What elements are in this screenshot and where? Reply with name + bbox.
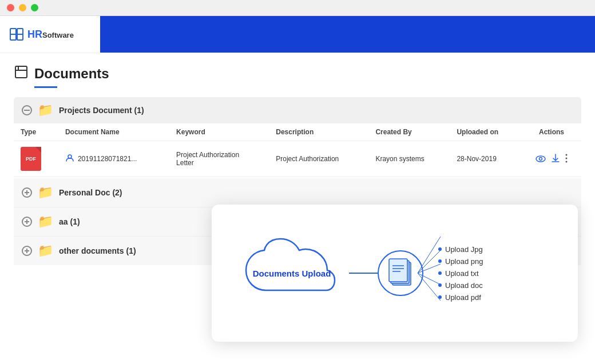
svg-point-12 — [566, 161, 568, 162]
aa-title: aa (1) — [59, 217, 80, 226]
logo-software: Software — [42, 31, 74, 39]
download-button[interactable] — [552, 154, 560, 165]
svg-line-27 — [418, 264, 441, 273]
page-title-area: Documents — [14, 65, 581, 83]
table-row: PDF 20191128071821... — [14, 141, 581, 177]
svg-point-6 — [68, 155, 72, 158]
maximize-dot[interactable] — [31, 4, 38, 11]
svg-point-11 — [566, 157, 568, 159]
personal-doc-section: 📁 Personal Doc (2) — [14, 178, 581, 207]
projects-section-title: Projects Document (1) — [59, 106, 144, 115]
connector-lines-svg — [418, 227, 521, 319]
col-description: Description — [269, 123, 368, 141]
folder-other-icon: 📁 — [38, 243, 53, 258]
col-document-name: Document Name — [58, 123, 169, 141]
view-button[interactable] — [536, 154, 546, 164]
type-cell: PDF — [14, 141, 58, 177]
connector-line — [349, 273, 378, 274]
user-icon — [65, 154, 74, 165]
personal-doc-title: Personal Doc (2) — [59, 188, 122, 197]
keyword-cell: Project AuthorizationLetter — [169, 141, 269, 177]
document-name: 20191128071821... — [78, 155, 137, 163]
title-underline — [34, 86, 57, 88]
cloud-label: Documents Upload — [253, 269, 331, 278]
svg-rect-5 — [24, 110, 30, 111]
minimize-dot[interactable] — [19, 4, 26, 11]
actions-cell — [522, 141, 581, 177]
logo-text-area: HRSoftware — [27, 29, 74, 41]
other-docs-title: other documents (1) — [59, 246, 136, 255]
upload-popup: Documents Upload — [212, 205, 578, 342]
collapse-projects-button[interactable] — [22, 105, 32, 115]
hr-logo-icon — [9, 26, 25, 42]
expand-other-docs-button[interactable] — [22, 246, 32, 256]
uploaded-on-cell: 28-Nov-2019 — [450, 141, 522, 177]
svg-point-7 — [536, 156, 545, 162]
svg-point-10 — [566, 154, 568, 155]
doc-stack-circle — [378, 250, 423, 296]
folder-icon: 📁 — [38, 103, 53, 118]
table-header-row: Type Document Name Keyword Description C… — [14, 123, 581, 141]
svg-line-25 — [418, 237, 441, 273]
doc-stack-icon — [387, 258, 414, 289]
close-dot[interactable] — [7, 4, 14, 11]
svg-rect-21 — [389, 259, 407, 282]
folder-aa-icon: 📁 — [38, 214, 53, 229]
window-chrome — [0, 0, 595, 16]
logo-area: HRSoftware — [0, 26, 100, 42]
folder-personal-icon: 📁 — [38, 185, 53, 200]
documents-icon — [14, 65, 29, 83]
col-uploaded-on: Uploaded on — [450, 123, 522, 141]
file-type-lines-area: Upload Jpg Upload png Upload txt Upload … — [429, 245, 532, 302]
svg-line-29 — [418, 273, 441, 301]
expand-personal-doc-button[interactable] — [22, 187, 32, 198]
created-by-cell: Krayon systems — [368, 141, 450, 177]
col-actions: Actions — [522, 123, 581, 141]
svg-line-28 — [418, 273, 441, 285]
cloud-area: Documents Upload — [235, 233, 349, 313]
description-cell: Project Authorization — [269, 141, 368, 177]
pdf-icon: PDF — [21, 147, 41, 171]
svg-rect-2 — [15, 66, 27, 78]
app-header: HRSoftware — [0, 16, 595, 53]
svg-point-8 — [540, 157, 542, 160]
projects-section-header: 📁 Projects Document (1) — [14, 97, 581, 123]
documents-table: Type Document Name Keyword Description C… — [14, 123, 581, 177]
expand-aa-button[interactable] — [22, 217, 32, 227]
document-name-cell: 20191128071821... — [58, 141, 169, 177]
upload-right-area: Upload Jpg Upload png Upload txt Upload … — [349, 245, 555, 302]
col-created-by: Created By — [368, 123, 450, 141]
header-bar — [100, 16, 595, 53]
projects-document-section: 📁 Projects Document (1) Type Document Na… — [14, 97, 581, 177]
cloud-shape: Documents Upload — [235, 233, 349, 313]
logo-hr: HR — [27, 29, 42, 40]
more-options-button[interactable] — [565, 154, 568, 165]
main-container: HRSoftware Documents 📁 — [0, 16, 595, 364]
col-type: Type — [14, 123, 58, 141]
page-title: Documents — [34, 66, 109, 82]
svg-line-26 — [418, 250, 441, 273]
col-keyword: Keyword — [169, 123, 269, 141]
